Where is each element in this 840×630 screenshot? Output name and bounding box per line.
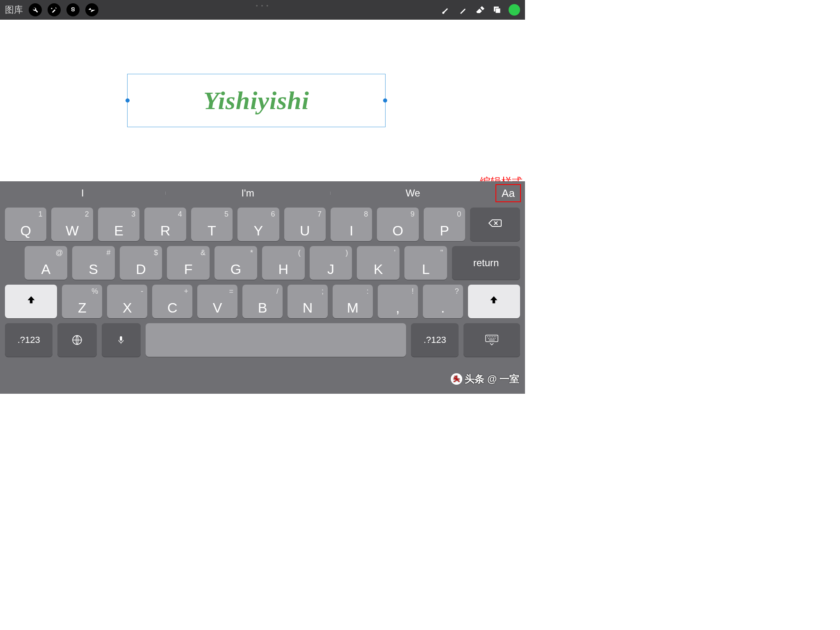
return-key[interactable]: return	[452, 246, 520, 280]
key-d[interactable]: $D	[120, 246, 162, 280]
key-i[interactable]: 8I	[331, 208, 372, 241]
shift-key-left[interactable]	[5, 285, 57, 318]
key-j[interactable]: )J	[310, 246, 352, 280]
key-k[interactable]: 'K	[357, 246, 399, 280]
wrench-icon[interactable]	[29, 3, 42, 16]
watermark-text: 头条 @ 一室	[465, 372, 519, 386]
mic-key[interactable]	[102, 323, 141, 357]
brush-icon[interactable]	[440, 4, 451, 16]
s-icon[interactable]	[66, 3, 80, 16]
key-g[interactable]: *G	[215, 246, 257, 280]
key-z[interactable]: %Z	[62, 285, 102, 318]
layers-icon[interactable]	[491, 4, 503, 16]
key-e[interactable]: 3E	[98, 208, 139, 241]
key-r[interactable]: 4R	[144, 208, 186, 241]
key-v[interactable]: =V	[197, 285, 237, 318]
shift-key-right[interactable]	[468, 285, 520, 318]
key-c[interactable]: +C	[152, 285, 192, 318]
key-s[interactable]: #S	[72, 246, 115, 280]
suggestion-bar: I I'm We Aa	[0, 181, 525, 205]
smudge-icon[interactable]	[457, 4, 468, 16]
drag-handle-icon[interactable]: • • •	[254, 2, 271, 9]
suggestion-1[interactable]: I	[0, 187, 165, 199]
backspace-key[interactable]	[470, 208, 520, 241]
key-row-4: .?123 .?123	[0, 321, 525, 359]
key-b[interactable]: /B	[242, 285, 283, 318]
key-row-3: %Z-X+C=V/B;N:M!,?.	[0, 282, 525, 321]
key-n[interactable]: ;N	[288, 285, 328, 318]
key-y[interactable]: 6Y	[237, 208, 279, 241]
virtual-keyboard: I I'm We Aa 1Q2W3E4R5T6Y7U8I9O0P @A#S$D&…	[0, 181, 525, 394]
key-p[interactable]: 0P	[424, 208, 465, 241]
key-q[interactable]: 1Q	[5, 208, 46, 241]
number-switch-key-2[interactable]: .?123	[411, 323, 459, 357]
key-f[interactable]: &F	[167, 246, 210, 280]
color-picker-button[interactable]	[509, 4, 520, 16]
key-m[interactable]: :M	[333, 285, 373, 318]
key-l[interactable]: "L	[404, 246, 447, 280]
dismiss-keyboard-key[interactable]	[463, 323, 520, 357]
key-t[interactable]: 5T	[191, 208, 233, 241]
suggestion-2[interactable]: I'm	[165, 187, 331, 199]
watermark-logo-icon: 头	[451, 373, 462, 385]
globe-key[interactable]	[57, 323, 96, 357]
text-selection-box[interactable]: Yishiyishi	[127, 74, 386, 127]
gallery-button[interactable]: 图库	[5, 4, 23, 16]
text-content[interactable]: Yishiyishi	[203, 86, 309, 115]
key-comma[interactable]: !,	[378, 285, 418, 318]
key-a[interactable]: @A	[25, 246, 67, 280]
text-style-button[interactable]: Aa	[495, 184, 521, 202]
canvas-area[interactable]: Yishiyishi 编辑样式	[0, 20, 525, 181]
key-h[interactable]: (H	[262, 246, 305, 280]
key-row-2: @A#S$D&F*G(H)J'K"Lreturn	[0, 244, 525, 282]
key-w[interactable]: 2W	[51, 208, 93, 241]
svg-rect-1	[120, 336, 123, 341]
top-toolbar: 图库 • • •	[0, 0, 525, 20]
key-row-1: 1Q2W3E4R5T6Y7U8I9O0P	[0, 205, 525, 244]
wand-icon[interactable]	[48, 3, 61, 16]
key-x[interactable]: -X	[107, 285, 147, 318]
number-switch-key[interactable]: .?123	[5, 323, 52, 357]
space-key[interactable]	[146, 323, 406, 357]
watermark: 头 头条 @ 一室	[451, 372, 519, 386]
key-u[interactable]: 7U	[284, 208, 326, 241]
arrow-icon[interactable]	[85, 3, 98, 16]
key-period[interactable]: ?.	[423, 285, 463, 318]
key-o[interactable]: 9O	[377, 208, 418, 241]
eraser-icon[interactable]	[474, 4, 486, 16]
suggestion-3[interactable]: We	[330, 187, 495, 199]
